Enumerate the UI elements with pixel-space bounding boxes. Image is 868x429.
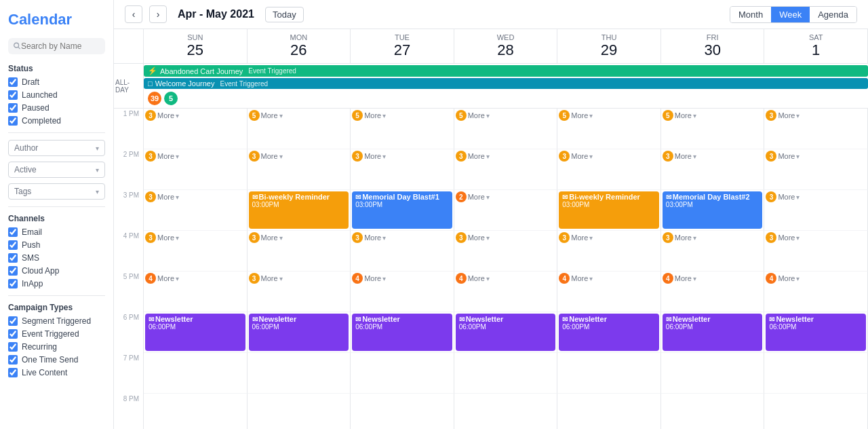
more-text-3-6: More <box>778 234 795 242</box>
checkbox-completed[interactable] <box>8 116 18 126</box>
time-cell-5-0: ✉Newsletter06:00PM <box>144 312 248 353</box>
calendar-header: ‹ › Apr - May 2021 Today Month Week Agen… <box>114 0 868 29</box>
event-2-2[interactable]: ✉Memorial Day Blast#103:00PM <box>352 191 452 229</box>
more-btn-2-6[interactable]: 3More▾ <box>766 191 866 202</box>
count-bubble-4-2: 4 <box>352 273 363 284</box>
event-5-4[interactable]: ✉Newsletter06:00PM <box>559 314 659 351</box>
checkbox-one-time send[interactable] <box>8 355 18 365</box>
event-5-3[interactable]: ✉Newsletter06:00PM <box>456 314 556 351</box>
more-chevron-4-4: ▾ <box>589 275 593 282</box>
more-btn-4-5[interactable]: 4More▾ <box>663 273 763 284</box>
checkbox-email[interactable] <box>8 227 18 237</box>
search-box[interactable] <box>8 38 105 54</box>
event-5-0[interactable]: ✉Newsletter06:00PM <box>145 314 245 351</box>
more-btn-3-6[interactable]: 3More▾ <box>766 232 866 243</box>
checkbox-cloud-app[interactable] <box>8 266 18 276</box>
more-btn-1-3[interactable]: 3More▾ <box>456 151 556 162</box>
time-cell-4-2: 4More▾ <box>351 272 454 312</box>
more-btn-0-0[interactable]: 3More▾ <box>145 110 245 121</box>
checkbox-live-content[interactable] <box>8 368 18 377</box>
next-button[interactable]: › <box>149 5 167 23</box>
more-btn-0-1[interactable]: 5More▾ <box>249 110 349 121</box>
more-text-1-6: More <box>778 152 795 160</box>
checkbox-push[interactable] <box>8 240 18 250</box>
checkbox-inapp[interactable] <box>8 279 18 288</box>
event-5-5[interactable]: ✉Newsletter06:00PM <box>663 314 763 351</box>
checkbox-sms[interactable] <box>8 253 18 263</box>
campaign-types-section-title: Campaign Types <box>8 303 105 312</box>
dom-3: 28 <box>456 41 556 59</box>
more-btn-3-0[interactable]: 3More▾ <box>145 232 245 243</box>
checkbox-segment-triggered[interactable] <box>8 316 18 326</box>
more-chevron-1-6: ▾ <box>796 153 800 160</box>
more-text-4-0: More <box>157 274 174 282</box>
checkbox-recurring[interactable] <box>8 342 18 352</box>
more-btn-1-6[interactable]: 3More▾ <box>766 151 866 162</box>
event-5-1[interactable]: ✉Newsletter06:00PM <box>249 314 349 351</box>
more-btn-4-2[interactable]: 4More▾ <box>352 273 452 284</box>
time-grid-wrapper[interactable]: 1 PM3More▾5More▾5More▾5More▾5More▾5More▾… <box>114 109 868 429</box>
tab-agenda[interactable]: Agenda <box>810 7 856 22</box>
more-btn-0-2[interactable]: 5More▾ <box>352 110 452 121</box>
more-btn-4-3[interactable]: 4More▾ <box>456 273 556 284</box>
checkbox-event-triggered[interactable] <box>8 329 18 339</box>
today-button[interactable]: Today <box>265 7 304 22</box>
more-text-3-3: More <box>468 234 485 242</box>
more-chevron-0-0: ▾ <box>176 112 179 119</box>
event-5-2[interactable]: ✉Newsletter06:00PM <box>352 314 452 351</box>
tab-week[interactable]: Week <box>771 7 810 22</box>
event-time-5-3: 06:00PM <box>459 323 553 331</box>
more-btn-2-3[interactable]: 2More▾ <box>456 191 556 202</box>
allday-event-welcome-journey[interactable]: □ Welcome Journey Event Triggered <box>144 78 868 89</box>
more-btn-4-6[interactable]: 4More▾ <box>766 273 866 284</box>
count-bubble-4-3: 4 <box>456 273 467 284</box>
time-cell-7-2 <box>351 394 454 429</box>
more-btn-1-5[interactable]: 3More▾ <box>663 151 763 162</box>
checkbox-launched[interactable] <box>8 90 18 100</box>
count-bubble-1-0: 3 <box>145 151 156 162</box>
time-cell-2-6: 3More▾ <box>764 190 868 231</box>
event-2-1[interactable]: ✉Bi-weekly Reminder03:00PM <box>249 191 349 229</box>
more-btn-0-3[interactable]: 5More▾ <box>456 110 556 121</box>
search-input[interactable] <box>21 41 100 51</box>
author-filter[interactable]: Author ▾ <box>8 140 105 156</box>
prev-button[interactable]: ‹ <box>125 5 142 23</box>
more-btn-3-3[interactable]: 3More▾ <box>456 232 556 243</box>
more-btn-4-1[interactable]: 3More▾ <box>249 273 349 284</box>
count-bubble-0-6: 3 <box>766 110 776 121</box>
more-chevron-1-0: ▾ <box>176 153 179 160</box>
event-2-4[interactable]: ✉Bi-weekly Reminder03:00PM <box>559 191 659 229</box>
active-filter[interactable]: Active ▾ <box>8 162 105 178</box>
time-label-3: 4 PM <box>114 231 144 272</box>
more-btn-1-4[interactable]: 3More▾ <box>559 151 659 162</box>
count-bubble-0-5: 5 <box>663 110 673 121</box>
event-2-5[interactable]: ✉Memorial Day Blast#203:00PM <box>663 191 763 229</box>
time-cell-3-5: 3More▾ <box>661 231 765 272</box>
time-cell-7-1 <box>248 394 351 429</box>
more-btn-0-5[interactable]: 5More▾ <box>663 110 763 121</box>
more-text-2-6: More <box>778 193 795 201</box>
more-btn-0-4[interactable]: 5More▾ <box>559 110 659 121</box>
more-text-1-0: More <box>157 152 174 160</box>
tab-month[interactable]: Month <box>730 7 771 22</box>
event-5-6[interactable]: ✉Newsletter06:00PM <box>766 314 866 351</box>
checkbox-draft[interactable] <box>8 77 18 87</box>
more-btn-1-0[interactable]: 3More▾ <box>145 151 245 162</box>
more-btn-4-0[interactable]: 4More▾ <box>145 273 245 284</box>
svg-line-1 <box>18 47 20 49</box>
more-btn-1-2[interactable]: 3More▾ <box>352 151 452 162</box>
more-btn-1-1[interactable]: 3More▾ <box>249 151 349 162</box>
more-btn-4-4[interactable]: 4More▾ <box>559 273 659 284</box>
more-btn-2-0[interactable]: 3More▾ <box>145 191 245 202</box>
tags-filter[interactable]: Tags ▾ <box>8 183 105 200</box>
allday-event-abandoned-cart[interactable]: ⚡ Abandoned Cart Journey Event Triggered <box>144 65 868 77</box>
checkbox-paused[interactable] <box>8 103 18 113</box>
event-time-2-1: 03:00PM <box>252 201 346 208</box>
more-btn-3-5[interactable]: 3More▾ <box>663 232 763 243</box>
more-btn-0-6[interactable]: 3More▾ <box>766 110 866 121</box>
more-btn-3-2[interactable]: 3More▾ <box>352 232 452 243</box>
dow-3: Wed <box>456 33 556 41</box>
more-btn-3-1[interactable]: 3More▾ <box>249 232 349 243</box>
day-header-tue: Tue27 <box>351 29 454 63</box>
more-btn-3-4[interactable]: 3More▾ <box>559 232 659 243</box>
